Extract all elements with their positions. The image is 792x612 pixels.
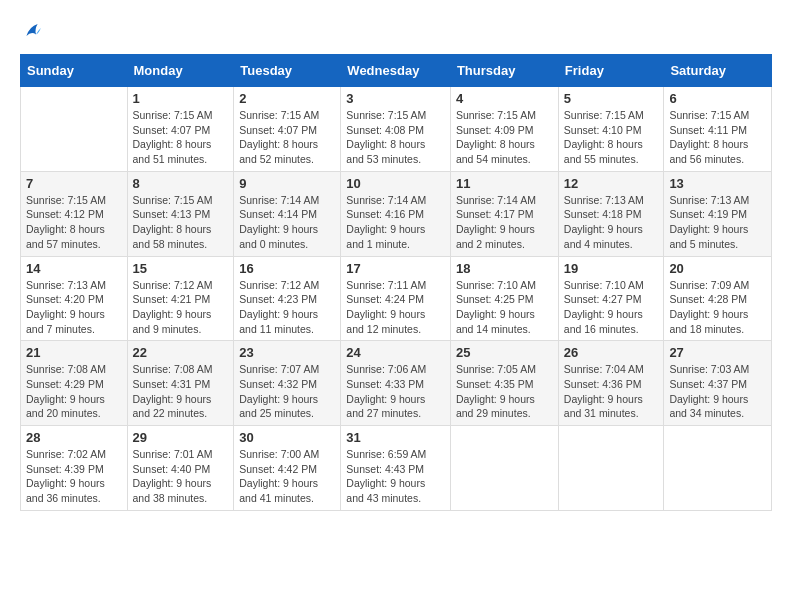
calendar-cell: 21Sunrise: 7:08 AMSunset: 4:29 PMDayligh… — [21, 341, 128, 426]
day-info: Sunrise: 7:08 AMSunset: 4:29 PMDaylight:… — [26, 362, 122, 421]
day-info: Sunrise: 7:15 AMSunset: 4:08 PMDaylight:… — [346, 108, 445, 167]
day-number: 10 — [346, 176, 445, 191]
day-info: Sunrise: 7:08 AMSunset: 4:31 PMDaylight:… — [133, 362, 229, 421]
day-info: Sunrise: 7:14 AMSunset: 4:14 PMDaylight:… — [239, 193, 335, 252]
calendar-week-row: 28Sunrise: 7:02 AMSunset: 4:39 PMDayligh… — [21, 426, 772, 511]
day-number: 26 — [564, 345, 659, 360]
day-info: Sunrise: 7:02 AMSunset: 4:39 PMDaylight:… — [26, 447, 122, 506]
day-number: 5 — [564, 91, 659, 106]
weekday-header-saturday: Saturday — [664, 55, 772, 87]
day-number: 21 — [26, 345, 122, 360]
calendar-cell: 3Sunrise: 7:15 AMSunset: 4:08 PMDaylight… — [341, 87, 451, 172]
calendar-cell: 14Sunrise: 7:13 AMSunset: 4:20 PMDayligh… — [21, 256, 128, 341]
day-info: Sunrise: 7:13 AMSunset: 4:18 PMDaylight:… — [564, 193, 659, 252]
calendar-cell: 1Sunrise: 7:15 AMSunset: 4:07 PMDaylight… — [127, 87, 234, 172]
calendar-cell: 29Sunrise: 7:01 AMSunset: 4:40 PMDayligh… — [127, 426, 234, 511]
day-info: Sunrise: 7:10 AMSunset: 4:25 PMDaylight:… — [456, 278, 553, 337]
day-info: Sunrise: 7:07 AMSunset: 4:32 PMDaylight:… — [239, 362, 335, 421]
calendar-cell — [558, 426, 664, 511]
calendar-cell: 31Sunrise: 6:59 AMSunset: 4:43 PMDayligh… — [341, 426, 451, 511]
calendar-week-row: 14Sunrise: 7:13 AMSunset: 4:20 PMDayligh… — [21, 256, 772, 341]
day-info: Sunrise: 7:00 AMSunset: 4:42 PMDaylight:… — [239, 447, 335, 506]
day-number: 3 — [346, 91, 445, 106]
calendar-cell: 23Sunrise: 7:07 AMSunset: 4:32 PMDayligh… — [234, 341, 341, 426]
day-info: Sunrise: 7:15 AMSunset: 4:09 PMDaylight:… — [456, 108, 553, 167]
day-number: 25 — [456, 345, 553, 360]
day-number: 8 — [133, 176, 229, 191]
calendar-cell: 25Sunrise: 7:05 AMSunset: 4:35 PMDayligh… — [450, 341, 558, 426]
day-info: Sunrise: 7:12 AMSunset: 4:21 PMDaylight:… — [133, 278, 229, 337]
calendar-cell: 6Sunrise: 7:15 AMSunset: 4:11 PMDaylight… — [664, 87, 772, 172]
calendar-cell: 24Sunrise: 7:06 AMSunset: 4:33 PMDayligh… — [341, 341, 451, 426]
day-info: Sunrise: 7:03 AMSunset: 4:37 PMDaylight:… — [669, 362, 766, 421]
weekday-header-wednesday: Wednesday — [341, 55, 451, 87]
day-info: Sunrise: 7:14 AMSunset: 4:17 PMDaylight:… — [456, 193, 553, 252]
calendar-cell: 12Sunrise: 7:13 AMSunset: 4:18 PMDayligh… — [558, 171, 664, 256]
calendar-cell: 26Sunrise: 7:04 AMSunset: 4:36 PMDayligh… — [558, 341, 664, 426]
day-info: Sunrise: 7:15 AMSunset: 4:10 PMDaylight:… — [564, 108, 659, 167]
day-info: Sunrise: 7:04 AMSunset: 4:36 PMDaylight:… — [564, 362, 659, 421]
day-info: Sunrise: 7:06 AMSunset: 4:33 PMDaylight:… — [346, 362, 445, 421]
day-number: 27 — [669, 345, 766, 360]
day-number: 2 — [239, 91, 335, 106]
calendar-cell: 30Sunrise: 7:00 AMSunset: 4:42 PMDayligh… — [234, 426, 341, 511]
day-info: Sunrise: 7:15 AMSunset: 4:12 PMDaylight:… — [26, 193, 122, 252]
day-number: 11 — [456, 176, 553, 191]
day-number: 12 — [564, 176, 659, 191]
day-number: 29 — [133, 430, 229, 445]
calendar-cell: 9Sunrise: 7:14 AMSunset: 4:14 PMDaylight… — [234, 171, 341, 256]
day-info: Sunrise: 7:15 AMSunset: 4:11 PMDaylight:… — [669, 108, 766, 167]
weekday-header-monday: Monday — [127, 55, 234, 87]
weekday-header-thursday: Thursday — [450, 55, 558, 87]
calendar-cell: 16Sunrise: 7:12 AMSunset: 4:23 PMDayligh… — [234, 256, 341, 341]
day-number: 31 — [346, 430, 445, 445]
weekday-header-sunday: Sunday — [21, 55, 128, 87]
day-number: 23 — [239, 345, 335, 360]
day-number: 17 — [346, 261, 445, 276]
calendar-cell: 17Sunrise: 7:11 AMSunset: 4:24 PMDayligh… — [341, 256, 451, 341]
day-info: Sunrise: 7:09 AMSunset: 4:28 PMDaylight:… — [669, 278, 766, 337]
day-number: 9 — [239, 176, 335, 191]
day-number: 7 — [26, 176, 122, 191]
day-number: 15 — [133, 261, 229, 276]
day-number: 6 — [669, 91, 766, 106]
day-number: 28 — [26, 430, 122, 445]
calendar-cell — [450, 426, 558, 511]
calendar-cell: 27Sunrise: 7:03 AMSunset: 4:37 PMDayligh… — [664, 341, 772, 426]
day-number: 18 — [456, 261, 553, 276]
logo — [20, 20, 48, 44]
day-info: Sunrise: 7:14 AMSunset: 4:16 PMDaylight:… — [346, 193, 445, 252]
day-number: 13 — [669, 176, 766, 191]
day-number: 14 — [26, 261, 122, 276]
day-info: Sunrise: 7:13 AMSunset: 4:20 PMDaylight:… — [26, 278, 122, 337]
header — [20, 20, 772, 44]
day-info: Sunrise: 7:15 AMSunset: 4:07 PMDaylight:… — [133, 108, 229, 167]
day-info: Sunrise: 7:01 AMSunset: 4:40 PMDaylight:… — [133, 447, 229, 506]
day-number: 20 — [669, 261, 766, 276]
calendar-cell: 2Sunrise: 7:15 AMSunset: 4:07 PMDaylight… — [234, 87, 341, 172]
calendar-cell: 4Sunrise: 7:15 AMSunset: 4:09 PMDaylight… — [450, 87, 558, 172]
day-info: Sunrise: 7:05 AMSunset: 4:35 PMDaylight:… — [456, 362, 553, 421]
day-info: Sunrise: 7:15 AMSunset: 4:13 PMDaylight:… — [133, 193, 229, 252]
calendar-cell: 5Sunrise: 7:15 AMSunset: 4:10 PMDaylight… — [558, 87, 664, 172]
calendar-cell: 7Sunrise: 7:15 AMSunset: 4:12 PMDaylight… — [21, 171, 128, 256]
day-number: 16 — [239, 261, 335, 276]
calendar-table: SundayMondayTuesdayWednesdayThursdayFrid… — [20, 54, 772, 511]
calendar-cell: 18Sunrise: 7:10 AMSunset: 4:25 PMDayligh… — [450, 256, 558, 341]
day-info: Sunrise: 7:12 AMSunset: 4:23 PMDaylight:… — [239, 278, 335, 337]
calendar-cell: 19Sunrise: 7:10 AMSunset: 4:27 PMDayligh… — [558, 256, 664, 341]
day-info: Sunrise: 7:13 AMSunset: 4:19 PMDaylight:… — [669, 193, 766, 252]
day-number: 24 — [346, 345, 445, 360]
calendar-cell: 11Sunrise: 7:14 AMSunset: 4:17 PMDayligh… — [450, 171, 558, 256]
weekday-header-tuesday: Tuesday — [234, 55, 341, 87]
calendar-cell — [664, 426, 772, 511]
weekday-header-friday: Friday — [558, 55, 664, 87]
calendar-week-row: 21Sunrise: 7:08 AMSunset: 4:29 PMDayligh… — [21, 341, 772, 426]
day-number: 19 — [564, 261, 659, 276]
day-number: 30 — [239, 430, 335, 445]
day-info: Sunrise: 7:15 AMSunset: 4:07 PMDaylight:… — [239, 108, 335, 167]
calendar-cell: 8Sunrise: 7:15 AMSunset: 4:13 PMDaylight… — [127, 171, 234, 256]
logo-bird-icon — [20, 20, 44, 44]
calendar-cell: 10Sunrise: 7:14 AMSunset: 4:16 PMDayligh… — [341, 171, 451, 256]
calendar-week-row: 7Sunrise: 7:15 AMSunset: 4:12 PMDaylight… — [21, 171, 772, 256]
